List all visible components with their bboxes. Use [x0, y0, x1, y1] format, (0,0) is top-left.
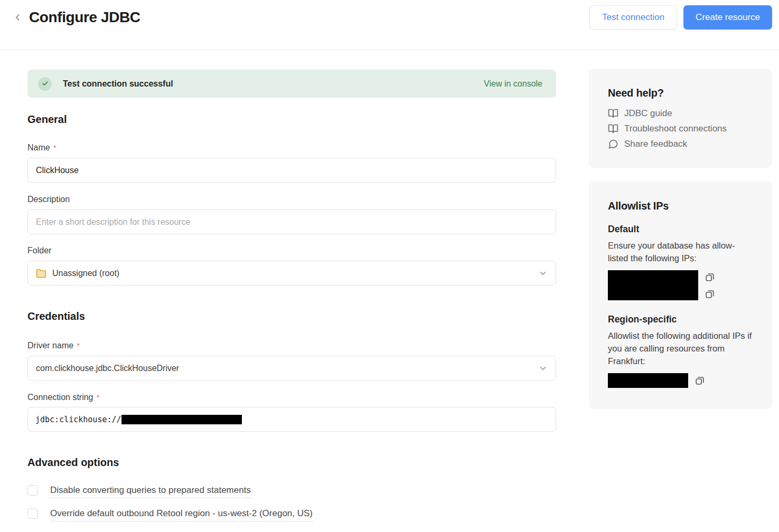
back-button[interactable] — [11, 10, 25, 25]
book-icon — [608, 108, 618, 119]
default-description: Ensure your database has allow-listed th… — [608, 239, 753, 264]
driver-name-value: com.clickhouse.jdbc.ClickHouseDriver — [36, 364, 179, 373]
allowlist-ips-panel: Allowlist IPs Default Ensure your databa… — [589, 182, 772, 409]
description-input[interactable] — [27, 210, 556, 234]
folder-label: Folder — [27, 246, 556, 255]
default-subheading: Default — [608, 224, 753, 235]
prepared-statements-checkbox[interactable] — [27, 485, 38, 496]
prepared-statements-label[interactable]: Disable converting queries to prepared s… — [50, 484, 251, 498]
option-row-prepared-statements: Disable converting queries to prepared s… — [27, 484, 556, 498]
name-label: Name * — [27, 143, 556, 153]
page-title: Configure JDBC — [29, 9, 140, 26]
jdbc-guide-link[interactable]: JDBC guide — [608, 108, 753, 119]
required-asterisk: * — [77, 341, 80, 350]
allowlist-ips-title: Allowlist IPs — [608, 200, 753, 212]
chevron-down-icon — [538, 269, 548, 278]
driver-name-label: Driver name * — [27, 341, 556, 350]
copy-icon — [705, 289, 715, 299]
book-icon — [608, 124, 618, 134]
advanced-options-heading: Advanced options — [27, 457, 556, 469]
share-feedback-link[interactable]: Share feedback — [608, 139, 753, 149]
banner-message: Test connection successful — [63, 79, 484, 89]
share-feedback-label: Share feedback — [624, 139, 687, 149]
folder-value: Unassigned (root) — [52, 269, 119, 278]
test-connection-button[interactable]: Test connection — [589, 5, 677, 30]
folder-icon — [36, 268, 46, 279]
troubleshoot-connections-link[interactable]: Troubleshoot connections — [608, 124, 753, 134]
chevron-left-icon — [13, 12, 23, 23]
jdbc-guide-label: JDBC guide — [624, 108, 672, 119]
region-ip-block — [608, 373, 753, 388]
create-resource-button[interactable]: Create resource — [683, 5, 772, 30]
copy-ip-button[interactable] — [705, 289, 715, 299]
page-header: Configure JDBC Test connection Create re… — [0, 0, 779, 50]
name-input[interactable] — [27, 158, 556, 183]
region-specific-subheading: Region-specific — [608, 314, 753, 325]
copy-ip-button[interactable] — [695, 373, 705, 385]
copy-icon — [695, 376, 705, 385]
need-help-title: Need help? — [608, 87, 753, 99]
driver-name-select[interactable]: com.clickhouse.jdbc.ClickHouseDriver — [27, 356, 556, 381]
connection-string-input[interactable]: jdbc:clickhouse:// — [27, 407, 556, 432]
copy-icon — [705, 272, 715, 282]
connection-string-label: Connection string * — [27, 393, 556, 402]
outbound-region-checkbox[interactable] — [27, 508, 38, 519]
main-content: Test connection successful View in conso… — [27, 50, 556, 521]
chat-icon — [608, 139, 618, 149]
folder-select[interactable]: Unassigned (root) — [27, 261, 556, 286]
sidebar: Need help? JDBC guide Troubleshoot conne… — [589, 50, 772, 409]
option-row-outbound-region: Override default outbound Retool region … — [27, 508, 556, 521]
view-in-console-link[interactable]: View in console — [484, 79, 542, 89]
redacted-connection-value — [121, 415, 242, 424]
redacted-default-ips — [608, 270, 698, 300]
outbound-region-label[interactable]: Override default outbound Retool region … — [50, 508, 313, 521]
success-banner: Test connection successful View in conso… — [27, 70, 556, 98]
description-label: Description — [27, 195, 556, 204]
chevron-down-icon — [538, 364, 548, 373]
default-ip-block — [608, 270, 753, 300]
credentials-heading: Credentials — [27, 310, 556, 322]
troubleshoot-connections-label: Troubleshoot connections — [624, 124, 727, 134]
region-description: Allowlist the following additional IPs i… — [608, 329, 753, 367]
general-heading: General — [27, 113, 556, 126]
required-asterisk: * — [53, 143, 57, 152]
required-asterisk: * — [97, 393, 100, 402]
connection-string-prefix: jdbc:clickhouse:// — [35, 415, 121, 424]
copy-ip-button[interactable] — [705, 272, 715, 282]
redacted-region-ip — [608, 373, 688, 388]
check-circle-icon — [38, 77, 52, 91]
need-help-panel: Need help? JDBC guide Troubleshoot conne… — [589, 69, 772, 168]
